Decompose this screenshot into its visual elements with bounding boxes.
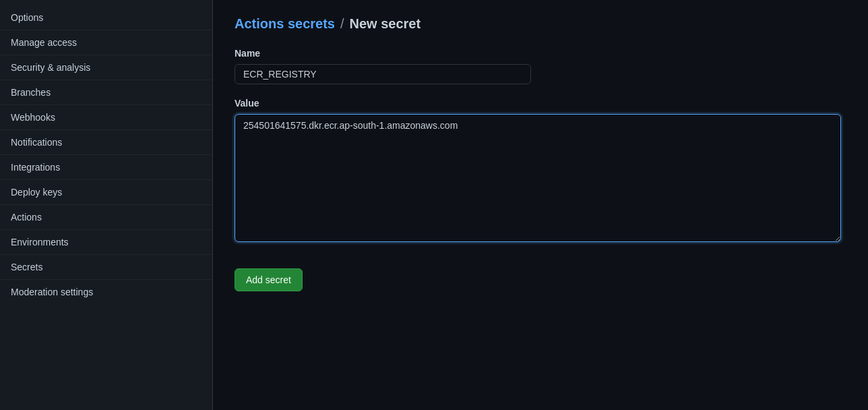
sidebar-item-manage-access[interactable]: Manage access [0, 30, 212, 55]
breadcrumb-link[interactable]: Actions secrets [235, 16, 335, 32]
sidebar-item-branches[interactable]: Branches [0, 80, 212, 105]
name-label: Name [235, 48, 846, 59]
breadcrumb: Actions secrets / New secret [235, 16, 846, 32]
sidebar-item-webhooks[interactable]: Webhooks [0, 105, 212, 130]
sidebar-item-environments[interactable]: Environments [0, 230, 212, 255]
name-form-group: Name [235, 48, 846, 84]
sidebar-item-options[interactable]: Options [0, 5, 212, 30]
sidebar-item-moderation-settings[interactable]: Moderation settings [0, 280, 212, 304]
sidebar-item-security-analysis[interactable]: Security & analysis [0, 55, 212, 80]
value-label: Value [235, 98, 846, 109]
add-secret-button[interactable]: Add secret [235, 268, 303, 291]
sidebar-item-deploy-keys[interactable]: Deploy keys [0, 180, 212, 205]
sidebar: OptionsManage accessSecurity & analysisB… [0, 0, 213, 410]
breadcrumb-current: New secret [350, 16, 421, 32]
sidebar-item-secrets[interactable]: Secrets [0, 255, 212, 280]
value-textarea[interactable] [235, 114, 841, 242]
sidebar-item-actions[interactable]: Actions [0, 205, 212, 230]
main-content: Actions secrets / New secret Name Value … [213, 0, 868, 410]
sidebar-item-notifications[interactable]: Notifications [0, 130, 212, 155]
sidebar-item-integrations[interactable]: Integrations [0, 155, 212, 180]
name-input[interactable] [235, 64, 531, 84]
value-form-group: Value [235, 98, 846, 244]
breadcrumb-separator: / [340, 16, 344, 32]
